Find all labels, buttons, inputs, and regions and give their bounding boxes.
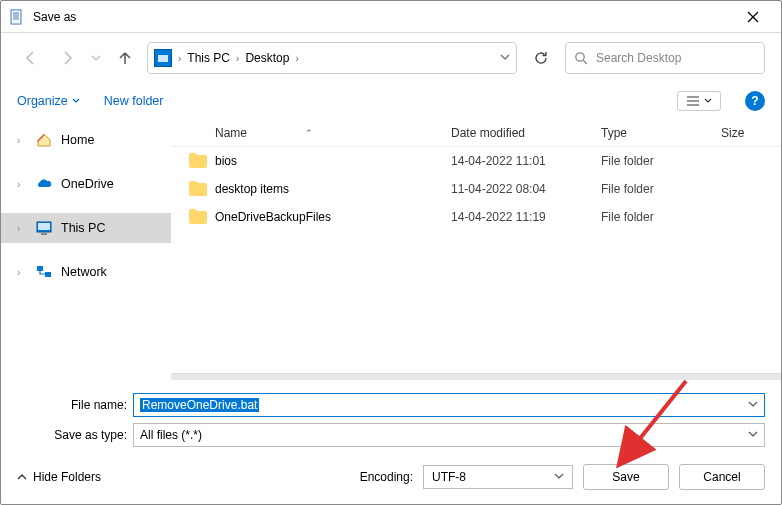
breadcrumb-desktop[interactable]: Desktop [245, 51, 289, 65]
column-date-modified[interactable]: Date modified [451, 126, 601, 140]
encoding-select[interactable]: UTF-8 [423, 465, 573, 489]
encoding-label: Encoding: [360, 470, 413, 484]
chevron-down-icon[interactable] [748, 398, 758, 412]
column-size[interactable]: Size [721, 126, 781, 140]
chevron-up-icon [17, 472, 27, 482]
file-name-label: File name: [17, 398, 127, 412]
new-folder-button[interactable]: New folder [104, 94, 164, 108]
file-list: Name⌃ Date modified Type Size bios 14-04… [171, 119, 781, 380]
sidebar-item-onedrive[interactable]: › OneDrive [1, 169, 171, 199]
refresh-button[interactable] [525, 42, 557, 74]
file-name-input[interactable]: RemoveOneDrive.bat [133, 393, 765, 417]
chevron-down-icon[interactable] [748, 428, 758, 442]
organize-menu[interactable]: Organize [17, 94, 80, 108]
save-as-dialog: Save as › This PC › Desktop › [0, 0, 782, 505]
chevron-right-icon: › [178, 53, 181, 64]
list-icon [686, 95, 700, 107]
toolbar: Organize New folder ? [1, 83, 781, 119]
sidebar-item-home[interactable]: › Home [1, 125, 171, 155]
save-as-type-label: Save as type: [17, 428, 127, 442]
svg-rect-16 [45, 272, 51, 277]
expand-icon[interactable]: › [17, 267, 27, 278]
expand-icon[interactable]: › [17, 135, 27, 146]
home-icon [35, 131, 53, 149]
chevron-right-icon: › [236, 53, 239, 64]
recent-dropdown[interactable] [89, 44, 103, 72]
sidebar-item-network[interactable]: › Network [1, 257, 171, 287]
cancel-button[interactable]: Cancel [679, 464, 765, 490]
thispc-icon [154, 49, 172, 67]
onedrive-icon [35, 175, 53, 193]
svg-rect-14 [41, 233, 47, 235]
file-row[interactable]: desktop items 11-04-2022 08:04 File fold… [171, 175, 781, 203]
svg-line-8 [583, 60, 587, 64]
close-button[interactable] [733, 2, 773, 32]
dialog-footer: Hide Folders Encoding: UTF-8 Save Cancel [1, 450, 781, 504]
hide-folders-toggle[interactable]: Hide Folders [17, 470, 101, 484]
network-icon [35, 263, 53, 281]
save-button[interactable]: Save [583, 464, 669, 490]
window-title: Save as [33, 10, 76, 24]
svg-rect-13 [38, 223, 50, 230]
app-icon [9, 9, 25, 25]
save-as-type-select[interactable]: All files (*.*) [133, 423, 765, 447]
svg-point-7 [576, 53, 584, 61]
search-icon [574, 51, 588, 65]
horizontal-scrollbar[interactable] [171, 373, 781, 380]
sort-indicator-icon: ⌃ [305, 128, 313, 138]
folder-icon [189, 181, 207, 197]
file-row[interactable]: bios 14-04-2022 11:01 File folder [171, 147, 781, 175]
column-type[interactable]: Type [601, 126, 721, 140]
forward-button[interactable] [53, 44, 81, 72]
help-button[interactable]: ? [745, 91, 765, 111]
up-button[interactable] [111, 44, 139, 72]
expand-icon[interactable]: › [17, 179, 27, 190]
navbar: › This PC › Desktop › Search Desktop [1, 33, 781, 83]
search-input[interactable]: Search Desktop [565, 42, 765, 74]
address-dropdown[interactable] [500, 51, 510, 65]
titlebar: Save as [1, 1, 781, 33]
svg-rect-15 [37, 266, 43, 271]
chevron-down-icon[interactable] [554, 470, 564, 484]
chevron-down-icon [704, 97, 712, 105]
view-options-button[interactable] [677, 91, 721, 111]
save-form: File name: RemoveOneDrive.bat Save as ty… [1, 380, 781, 450]
folder-icon [189, 153, 207, 169]
expand-icon[interactable]: › [17, 223, 27, 234]
sidebar-item-thispc[interactable]: › This PC [1, 213, 171, 243]
back-button[interactable] [17, 44, 45, 72]
breadcrumb-thispc[interactable]: This PC [187, 51, 230, 65]
address-bar[interactable]: › This PC › Desktop › [147, 42, 517, 74]
chevron-down-icon [72, 97, 80, 105]
thispc-icon [35, 219, 53, 237]
column-headers[interactable]: Name⌃ Date modified Type Size [171, 119, 781, 147]
sidebar: › Home › OneDrive › This PC › Network [1, 119, 171, 380]
search-placeholder: Search Desktop [596, 51, 681, 65]
column-name[interactable]: Name⌃ [171, 126, 451, 140]
folder-icon [189, 209, 207, 225]
file-row[interactable]: OneDriveBackupFiles 14-04-2022 11:19 Fil… [171, 203, 781, 231]
chevron-right-icon: › [295, 53, 298, 64]
